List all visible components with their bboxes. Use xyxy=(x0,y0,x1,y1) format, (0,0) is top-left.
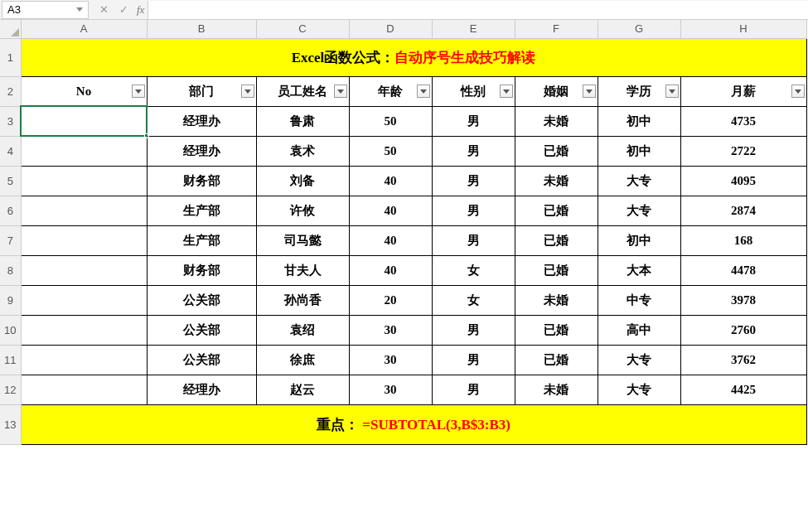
cell-F4[interactable]: 已婚 xyxy=(515,136,598,166)
cell-G10[interactable]: 高中 xyxy=(598,315,680,345)
cell-H3[interactable]: 4735 xyxy=(680,106,806,136)
cell-H11[interactable]: 3762 xyxy=(680,345,806,375)
title-cell[interactable]: Excel函数公式：自动序号生成技巧解读 xyxy=(21,38,806,76)
filter-icon[interactable] xyxy=(583,85,596,98)
cell-F11[interactable]: 已婚 xyxy=(515,345,598,375)
cell-D7[interactable]: 40 xyxy=(349,225,432,255)
row-header-3[interactable]: 3 xyxy=(0,106,21,136)
fx-icon[interactable]: fx xyxy=(133,3,148,17)
cell-A3[interactable] xyxy=(21,106,147,136)
cell-G12[interactable]: 大专 xyxy=(598,375,680,404)
cell-B4[interactable]: 经理办 xyxy=(147,136,256,166)
header-no[interactable]: No xyxy=(21,76,147,106)
cell-B10[interactable]: 公关部 xyxy=(147,315,256,345)
cell-C12[interactable]: 赵云 xyxy=(256,375,349,404)
cell-G9[interactable]: 中专 xyxy=(598,285,680,315)
col-header-D[interactable]: D xyxy=(349,20,432,38)
filter-icon[interactable] xyxy=(334,85,347,98)
filter-icon[interactable] xyxy=(241,85,254,98)
select-all-corner[interactable] xyxy=(0,20,21,38)
cell-B7[interactable]: 生产部 xyxy=(147,225,256,255)
cell-C6[interactable]: 许攸 xyxy=(256,196,349,225)
cell-G6[interactable]: 大专 xyxy=(598,196,680,225)
col-header-G[interactable]: G xyxy=(598,20,680,38)
cell-G7[interactable]: 初中 xyxy=(598,225,680,255)
filter-icon[interactable] xyxy=(132,85,145,98)
name-box-dropdown-icon[interactable] xyxy=(76,7,83,12)
row-header-5[interactable]: 5 xyxy=(0,166,21,196)
cell-F3[interactable]: 未婚 xyxy=(515,106,598,136)
cell-G4[interactable]: 初中 xyxy=(598,136,680,166)
cell-F6[interactable]: 已婚 xyxy=(515,196,598,225)
cell-E5[interactable]: 男 xyxy=(432,166,515,196)
cell-C9[interactable]: 孙尚香 xyxy=(256,285,349,315)
cell-A5[interactable] xyxy=(21,166,147,196)
cell-E6[interactable]: 男 xyxy=(432,196,515,225)
cell-D8[interactable]: 40 xyxy=(349,255,432,285)
cell-E7[interactable]: 男 xyxy=(432,225,515,255)
cell-D5[interactable]: 40 xyxy=(349,166,432,196)
cell-G3[interactable]: 初中 xyxy=(598,106,680,136)
cell-C5[interactable]: 刘备 xyxy=(256,166,349,196)
cell-C11[interactable]: 徐庶 xyxy=(256,345,349,375)
cell-B6[interactable]: 生产部 xyxy=(147,196,256,225)
cell-A12[interactable] xyxy=(21,375,147,404)
col-header-A[interactable]: A xyxy=(21,20,147,38)
cell-H12[interactable]: 4425 xyxy=(680,375,806,404)
cell-D4[interactable]: 50 xyxy=(349,136,432,166)
cell-D9[interactable]: 20 xyxy=(349,285,432,315)
cell-F7[interactable]: 已婚 xyxy=(515,225,598,255)
filter-icon[interactable] xyxy=(791,85,805,98)
cell-E3[interactable]: 男 xyxy=(432,106,515,136)
cell-F10[interactable]: 已婚 xyxy=(515,315,598,345)
cell-E11[interactable]: 男 xyxy=(432,345,515,375)
name-box[interactable]: A3 xyxy=(2,1,89,19)
cell-F12[interactable]: 未婚 xyxy=(515,375,598,404)
cell-A8[interactable] xyxy=(21,255,147,285)
cell-C4[interactable]: 袁术 xyxy=(256,136,349,166)
cell-A10[interactable] xyxy=(21,315,147,345)
footer-cell[interactable]: 重点： =SUBTOTAL(3,B$3:B3) xyxy=(21,404,806,444)
cell-H8[interactable]: 4478 xyxy=(680,255,806,285)
col-header-B[interactable]: B xyxy=(147,20,256,38)
header-sex[interactable]: 性别 xyxy=(432,76,515,106)
cell-A9[interactable] xyxy=(21,285,147,315)
cell-B12[interactable]: 经理办 xyxy=(147,375,256,404)
cell-D10[interactable]: 30 xyxy=(349,315,432,345)
header-age[interactable]: 年龄 xyxy=(349,76,432,106)
spreadsheet-grid[interactable]: A B C D E F G H 1 Excel函数公式：自动序号生成技巧解读 2… xyxy=(0,20,808,445)
header-name[interactable]: 员工姓名 xyxy=(256,76,349,106)
cell-A4[interactable] xyxy=(21,136,147,166)
row-header-10[interactable]: 10 xyxy=(0,315,21,345)
cell-F5[interactable]: 未婚 xyxy=(515,166,598,196)
filter-icon[interactable] xyxy=(500,85,513,98)
cell-A7[interactable] xyxy=(21,225,147,255)
cell-B9[interactable]: 公关部 xyxy=(147,285,256,315)
cell-C10[interactable]: 袁绍 xyxy=(256,315,349,345)
row-header-6[interactable]: 6 xyxy=(0,196,21,225)
cell-F9[interactable]: 未婚 xyxy=(515,285,598,315)
cell-B5[interactable]: 财务部 xyxy=(147,166,256,196)
cell-H9[interactable]: 3978 xyxy=(680,285,806,315)
cell-A11[interactable] xyxy=(21,345,147,375)
cell-D11[interactable]: 30 xyxy=(349,345,432,375)
cell-H10[interactable]: 2760 xyxy=(680,315,806,345)
header-marry[interactable]: 婚姻 xyxy=(515,76,598,106)
row-header-4[interactable]: 4 xyxy=(0,136,21,166)
cell-F8[interactable]: 已婚 xyxy=(515,255,598,285)
row-header-7[interactable]: 7 xyxy=(0,225,21,255)
col-header-E[interactable]: E xyxy=(432,20,515,38)
cell-C8[interactable]: 甘夫人 xyxy=(256,255,349,285)
cell-C7[interactable]: 司马懿 xyxy=(256,225,349,255)
cell-G5[interactable]: 大专 xyxy=(598,166,680,196)
filter-icon[interactable] xyxy=(665,85,679,98)
row-header-8[interactable]: 8 xyxy=(0,255,21,285)
col-header-C[interactable]: C xyxy=(256,20,349,38)
cell-D3[interactable]: 50 xyxy=(349,106,432,136)
cell-H5[interactable]: 4095 xyxy=(680,166,806,196)
cell-B3[interactable]: 经理办 xyxy=(147,106,256,136)
cell-E10[interactable]: 男 xyxy=(432,315,515,345)
formula-input[interactable] xyxy=(148,1,808,19)
row-header-13[interactable]: 13 xyxy=(0,404,21,444)
filter-icon[interactable] xyxy=(417,85,430,98)
